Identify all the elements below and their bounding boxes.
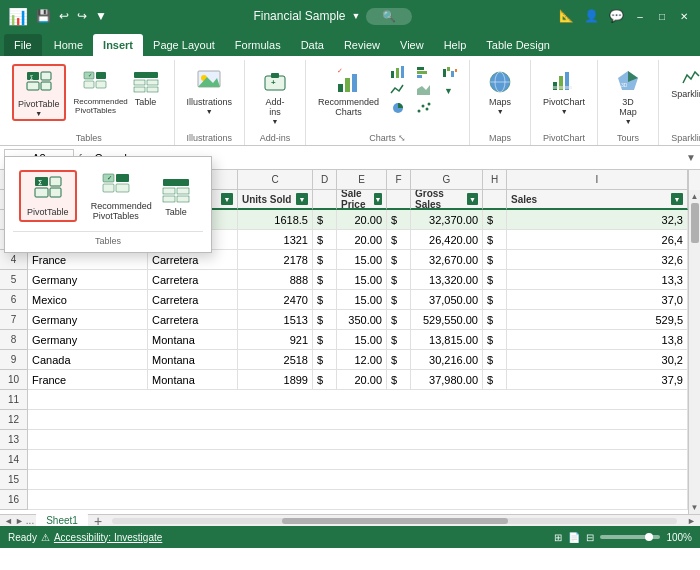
dropdown-arrow-icon[interactable]: ▼ <box>352 11 361 21</box>
column-chart-button[interactable] <box>387 64 409 80</box>
tab-home[interactable]: Home <box>44 34 93 56</box>
empty-row-13[interactable] <box>28 430 688 450</box>
cell-r9-units[interactable]: 2518 <box>238 350 313 370</box>
table-button[interactable]: Table <box>126 64 166 110</box>
zoom-level[interactable]: 100% <box>666 532 692 543</box>
cell-r4-country[interactable]: France <box>28 250 148 270</box>
cell-r3-sp[interactable]: 20.00 <box>337 230 387 250</box>
empty-row-14[interactable] <box>28 450 688 470</box>
cell-r2-sales[interactable]: 32,3 <box>507 210 688 230</box>
search-box[interactable]: 🔍 <box>366 8 412 25</box>
page-layout-view-icon[interactable]: 📄 <box>568 532 580 543</box>
cell-r10-gs[interactable]: 37,980.00 <box>411 370 483 390</box>
cell-r2-gs[interactable]: 32,370.00 <box>411 210 483 230</box>
scroll-sheets-next[interactable]: ► <box>15 516 24 526</box>
line-chart-button[interactable] <box>387 82 409 98</box>
cell-r8-sp[interactable]: 15.00 <box>337 330 387 350</box>
cell-r4-product[interactable]: Carretera <box>148 250 238 270</box>
cell-r2-sp[interactable]: 20.00 <box>337 210 387 230</box>
sheet-tab-sheet1[interactable]: Sheet1 <box>36 513 88 526</box>
cell-r10-units[interactable]: 1899 <box>238 370 313 390</box>
cell-r4-gs[interactable]: 32,670.00 <box>411 250 483 270</box>
cell-r6-sp[interactable]: 15.00 <box>337 290 387 310</box>
cell-r3-units[interactable]: 1321 <box>238 230 313 250</box>
cell-r4-sp[interactable]: 15.00 <box>337 250 387 270</box>
cell-r5-sp[interactable]: 15.00 <box>337 270 387 290</box>
cell-r7-units[interactable]: 1513 <box>238 310 313 330</box>
cell-r5-product[interactable]: Carretera <box>148 270 238 290</box>
empty-row-15[interactable] <box>28 470 688 490</box>
quick-access-save[interactable]: 💾 <box>36 9 51 23</box>
quick-access-undo[interactable]: ↩ <box>59 9 69 23</box>
dropdown-table-button[interactable]: Table <box>155 172 197 220</box>
cell-r10-country[interactable]: France <box>28 370 148 390</box>
tab-data[interactable]: Data <box>291 34 334 56</box>
scroll-right-btn[interactable]: ► <box>687 516 696 526</box>
cell-r6-gs[interactable]: 37,050.00 <box>411 290 483 310</box>
cell-r10-sales[interactable]: 37,9 <box>507 370 688 390</box>
scroll-up-btn[interactable]: ▲ <box>691 192 699 201</box>
empty-row-12[interactable] <box>28 410 688 430</box>
recommended-pivottables-button[interactable]: ✓ RecommendedPivotTables <box>70 64 122 118</box>
scroll-down-btn[interactable]: ▼ <box>691 503 699 512</box>
charts-expand-icon[interactable]: ⤡ <box>398 133 406 143</box>
cell-r8-gs[interactable]: 13,815.00 <box>411 330 483 350</box>
cell-r2-units[interactable]: 1618.5 <box>238 210 313 230</box>
dropdown-pivottable-button[interactable]: ∑ PivotTable <box>19 170 77 222</box>
pie-chart-button[interactable] <box>387 100 409 116</box>
sparklines-button[interactable]: Sparklines <box>667 64 700 102</box>
cell-r10-sp[interactable]: 20.00 <box>337 370 387 390</box>
cell-r9-product[interactable]: Montana <box>148 350 238 370</box>
cell-r5-units[interactable]: 888 <box>238 270 313 290</box>
cell-r8-sales[interactable]: 13,8 <box>507 330 688 350</box>
bar-chart-button[interactable] <box>413 64 435 80</box>
scroll-sheets-prev[interactable]: ◄ <box>4 516 13 526</box>
cell-r3-gs[interactable]: 26,420.00 <box>411 230 483 250</box>
tab-table-design[interactable]: Table Design <box>476 34 560 56</box>
tab-page-layout[interactable]: Page Layout <box>143 34 225 56</box>
normal-view-icon[interactable]: ⊞ <box>554 532 562 543</box>
cell-r6-product[interactable]: Carretera <box>148 290 238 310</box>
area-chart-button[interactable] <box>413 82 435 98</box>
empty-row-11[interactable] <box>28 390 688 410</box>
cell-r9-country[interactable]: Canada <box>28 350 148 370</box>
cell-r7-sales[interactable]: 529,5 <box>507 310 688 330</box>
tab-file[interactable]: File <box>4 34 42 56</box>
zoom-slider[interactable] <box>600 535 660 539</box>
h-scroll-track[interactable] <box>112 518 677 524</box>
empty-row-16[interactable] <box>28 490 688 510</box>
waterfall-chart-button[interactable] <box>439 64 461 80</box>
ribbon-display-icon[interactable]: 📐 <box>559 9 574 23</box>
cell-r7-product[interactable]: Carretera <box>148 310 238 330</box>
addins-button[interactable]: + Add-ins ▼ <box>253 64 297 127</box>
scatter-chart-button[interactable] <box>413 100 435 116</box>
units-filter-btn[interactable]: ▼ <box>296 193 308 205</box>
quick-access-more[interactable]: ▼ <box>95 9 107 23</box>
dropdown-rec-pivottables-button[interactable]: ✓ RecommendedPivotTables <box>85 167 147 225</box>
cell-r6-country[interactable]: Mexico <box>28 290 148 310</box>
accessibility-text[interactable]: Accessibility: Investigate <box>54 532 162 543</box>
tab-view[interactable]: View <box>390 34 434 56</box>
add-sheet-btn[interactable]: + <box>94 513 102 527</box>
cell-r5-sales[interactable]: 13,3 <box>507 270 688 290</box>
grosssales-filter-btn[interactable]: ▼ <box>467 193 478 205</box>
comments-icon[interactable]: 💬 <box>609 9 624 23</box>
cell-r4-units[interactable]: 2178 <box>238 250 313 270</box>
cell-r8-units[interactable]: 921 <box>238 330 313 350</box>
cell-r7-country[interactable]: Germany <box>28 310 148 330</box>
pivotchart-button[interactable]: PivotChart ▼ <box>539 64 589 117</box>
tab-help[interactable]: Help <box>434 34 477 56</box>
scroll-thumb[interactable] <box>691 203 699 243</box>
cell-r9-gs[interactable]: 30,216.00 <box>411 350 483 370</box>
cell-r9-sp[interactable]: 12.00 <box>337 350 387 370</box>
cell-r4-sales[interactable]: 32,6 <box>507 250 688 270</box>
minimize-button[interactable]: – <box>632 8 648 24</box>
cell-r6-units[interactable]: 2470 <box>238 290 313 310</box>
cell-r7-sp[interactable]: 350.00 <box>337 310 387 330</box>
tab-review[interactable]: Review <box>334 34 390 56</box>
cell-r10-product[interactable]: Montana <box>148 370 238 390</box>
cell-r6-sales[interactable]: 37,0 <box>507 290 688 310</box>
sales-filter-btn[interactable]: ▼ <box>671 193 683 205</box>
close-button[interactable]: ✕ <box>676 8 692 24</box>
cell-r8-product[interactable]: Montana <box>148 330 238 350</box>
